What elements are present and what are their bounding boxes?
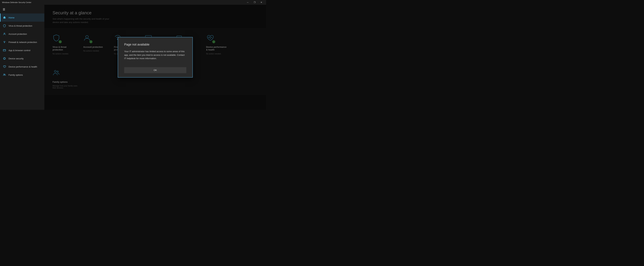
modal-title: Page not available (124, 43, 186, 46)
sidebar-item-home[interactable]: Home (0, 13, 44, 22)
sidebar-label-devicehealth: Device performance & health (8, 65, 37, 68)
close-button[interactable]: ✕ (258, 0, 265, 5)
chip-icon (3, 57, 6, 60)
window-controls: ─ ❐ ✕ (244, 0, 265, 5)
sidebar-label-virus: Virus & threat protection (8, 24, 32, 27)
shield-icon (3, 24, 6, 27)
sidebar-item-firewall[interactable]: Firewall & network protection (0, 38, 44, 46)
sidebar-label-home: Home (8, 16, 14, 19)
home-icon (3, 16, 6, 19)
sidebar-item-devicesecurity[interactable]: Device security (0, 54, 44, 63)
svg-point-1 (4, 42, 5, 43)
minimize-button[interactable]: ─ (244, 0, 251, 5)
sidebar-item-virus[interactable]: Virus & threat protection (0, 22, 44, 30)
sidebar-item-appbrowser[interactable]: App & browser control (0, 46, 44, 54)
sidebar-item-devicehealth[interactable]: Device performance & health (0, 63, 44, 71)
svg-point-0 (4, 33, 5, 34)
hamburger-icon: ☰ (3, 8, 5, 11)
hamburger-button[interactable]: ☰ (0, 6, 44, 13)
sidebar-label-family: Family options (8, 74, 23, 76)
svg-point-13 (4, 74, 4, 75)
app-container: ☰ Home Virus & threat protection (0, 5, 266, 110)
wifi-icon (3, 40, 6, 44)
sidebar-item-account[interactable]: Account protection (0, 30, 44, 38)
main-content: Security at a glance See what's happenin… (44, 5, 266, 110)
modal-body: Page not available Your IT administrator… (118, 37, 192, 64)
modal-overlay: Page not available Your IT administrator… (44, 5, 266, 110)
modal-ok-button[interactable]: OK (124, 67, 186, 73)
modal-footer: OK (118, 64, 192, 77)
sidebar: ☰ Home Virus & threat protection (0, 5, 44, 110)
svg-rect-2 (3, 49, 6, 51)
sidebar-label-appbrowser: App & browser control (8, 49, 30, 52)
window-icon (3, 49, 6, 52)
sidebar-item-family[interactable]: Family options (0, 71, 44, 79)
sidebar-label-devicesecurity: Device security (8, 57, 24, 60)
restore-button[interactable]: ❐ (251, 0, 258, 5)
titlebar: Windows Defender Security Center ─ ❐ ✕ (0, 0, 266, 5)
sidebar-label-firewall: Firewall & network protection (8, 41, 37, 43)
sidebar-label-account: Account protection (8, 33, 27, 35)
family-icon (3, 73, 6, 77)
app-title: Windows Defender Security Center (2, 1, 32, 3)
modal-dialog: Page not available Your IT administrator… (118, 37, 193, 78)
heart-icon (3, 65, 6, 68)
svg-rect-4 (4, 58, 5, 59)
person-icon (3, 32, 6, 36)
modal-text: Your IT administrator has limited access… (124, 50, 186, 60)
svg-point-14 (4, 74, 5, 75)
